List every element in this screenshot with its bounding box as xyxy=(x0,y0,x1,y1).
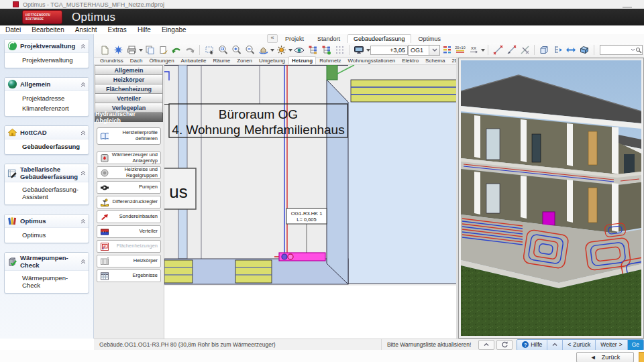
measure-line-icon[interactable] xyxy=(491,44,504,56)
menu-eingabe[interactable]: Eingabe xyxy=(156,26,192,34)
print-dropdown-icon[interactable] xyxy=(138,44,143,56)
sidebar-item-gebaeudeerfassung-assistent[interactable]: Gebäudeerfassung-Assistent xyxy=(5,184,89,202)
chevron-down-icon[interactable] xyxy=(429,46,439,55)
zoom-window-icon[interactable] xyxy=(216,44,229,56)
wizard-icon[interactable] xyxy=(111,44,125,56)
section-header[interactable]: Allgemein xyxy=(5,78,89,90)
search-icon[interactable] xyxy=(635,47,642,54)
tool-verteiler[interactable]: Verteiler xyxy=(97,225,161,238)
measure-angle-icon[interactable] xyxy=(504,44,518,56)
undo-icon[interactable] xyxy=(170,44,183,56)
collapse-chevron-icon[interactable] xyxy=(80,130,86,135)
herstellerprofile-button[interactable]: Herstellerprofile definieren xyxy=(97,127,161,145)
visibility-eye-icon[interactable] xyxy=(292,44,306,56)
axis-labels-dropdown-icon[interactable] xyxy=(480,44,485,56)
sidebar-item-waermepumpen-check[interactable]: Wärmepumpen-Check xyxy=(5,273,89,290)
radiator-selected-3d[interactable] xyxy=(543,212,555,225)
sidebar-item-gebaeudeerfassung[interactable]: Gebäudeerfassung xyxy=(5,141,89,152)
monitor-dropdown-icon[interactable] xyxy=(366,44,370,56)
brightness-icon[interactable] xyxy=(274,44,288,56)
dimension-values-icon[interactable]: 20+10 xyxy=(453,44,467,56)
view-tab-anbauteile[interactable]: Anbauteile xyxy=(178,56,210,64)
select-rectangle-icon[interactable] xyxy=(203,44,216,56)
floor-select[interactable]: OG1 xyxy=(408,45,440,56)
view-tab-grundriss[interactable]: Grundriss xyxy=(97,56,127,64)
tool-waermeerzeuger[interactable]: Wärmeerzeuger und Anlagentyp xyxy=(97,152,161,164)
ribbon-tab-projekt[interactable]: Projekt xyxy=(279,34,310,43)
ribbon-tab-gebaeudeerfassung[interactable]: Gebäudeerfassung xyxy=(347,34,411,43)
zoom-in-icon[interactable] xyxy=(229,44,243,56)
view-tab-dach[interactable]: Dach xyxy=(127,56,146,64)
menu-datei[interactable]: Datei xyxy=(0,26,26,34)
tool-differenzdruckregler[interactable]: Differenzdruckregler xyxy=(97,196,161,208)
chevron-down-icon[interactable] xyxy=(631,48,635,52)
view-tab-heizung[interactable]: Heizung xyxy=(288,56,316,64)
cube-3d-icon[interactable] xyxy=(537,44,551,56)
section-header[interactable]: HottCAD xyxy=(5,126,89,139)
collapse-chevron-icon[interactable] xyxy=(80,170,86,176)
tool-flaechenheizungen[interactable]: Flächenheizungen xyxy=(97,240,161,253)
plan-canvas-2d[interactable]: Büroraum OG 4. Wohnung Mehrfamilienhaus … xyxy=(164,65,458,339)
menu-ansicht[interactable]: Ansicht xyxy=(70,26,103,34)
view-tab-elektro[interactable]: Elektro xyxy=(398,56,422,64)
view-tab-rohrnetz[interactable]: Rohrnetz xyxy=(316,56,344,64)
structure-tree-add-icon[interactable] xyxy=(319,44,333,56)
arrows-left-right-icon[interactable] xyxy=(564,44,578,56)
zoom-out-icon[interactable] xyxy=(243,44,256,56)
menu-bearbeiten[interactable]: Bearbeiten xyxy=(26,26,69,34)
minimize-icon[interactable] xyxy=(623,1,632,8)
accordion-flaechenheizung[interactable]: Flächenheizung xyxy=(95,84,163,94)
new-project-icon[interactable] xyxy=(98,44,111,56)
sidebar-collapse-button[interactable]: « xyxy=(267,34,278,43)
next-step-button-clipped[interactable]: Ge xyxy=(628,340,643,350)
collapse-warnings-button[interactable] xyxy=(478,340,494,350)
level-height-input[interactable] xyxy=(370,46,408,55)
view-tab-oeffnungen[interactable]: Öffnungen xyxy=(146,56,177,64)
view-tab-umgebung[interactable]: Umgebung xyxy=(256,56,288,64)
brightness-dropdown-icon[interactable] xyxy=(288,44,292,56)
footer-next-button-clipped[interactable] xyxy=(639,352,644,362)
footer-back-button[interactable]: ◄ Zurück xyxy=(576,352,634,362)
help-button[interactable]: ? Hilfe xyxy=(517,340,547,350)
layer-colors-icon[interactable] xyxy=(440,44,453,56)
next-button[interactable]: Weiter > xyxy=(596,340,627,350)
back-button[interactable]: < Zurück xyxy=(563,340,596,350)
viewport-3d[interactable] xyxy=(458,58,644,339)
accordion-allgemein[interactable]: Allgemein xyxy=(95,65,163,75)
rotate-view-icon[interactable] xyxy=(256,44,270,56)
redo-icon[interactable] xyxy=(183,44,197,56)
collapse-nav-button[interactable] xyxy=(547,340,563,350)
accordion-verteiler[interactable]: Verteiler xyxy=(95,94,163,103)
section-header[interactable]: Wärmepumpen-Check xyxy=(5,253,89,270)
search-combobox[interactable] xyxy=(600,45,643,55)
tree-select-icon[interactable] xyxy=(551,44,564,56)
accordion-heizkoerper[interactable]: Heizkörper xyxy=(95,75,163,84)
view-tab-zonen[interactable]: Zonen xyxy=(233,56,256,64)
tool-pumpen[interactable]: Pumpen xyxy=(97,181,161,194)
monitor-icon[interactable] xyxy=(352,44,366,56)
cube-blue-icon[interactable] xyxy=(578,44,591,56)
collapse-chevron-icon[interactable] xyxy=(80,82,86,87)
section-header[interactable]: Projektverwaltung xyxy=(5,40,89,52)
collapse-chevron-icon[interactable] xyxy=(80,44,86,49)
section-header[interactable]: Tabellarische Gebäudeerfassung xyxy=(5,164,89,182)
sidebar-item-projektadresse[interactable]: Projektadresse xyxy=(5,93,89,103)
radiator-selected[interactable] xyxy=(274,253,325,261)
sidebar-item-optimus[interactable]: Optimus xyxy=(5,230,89,240)
menu-extras[interactable]: Extras xyxy=(103,26,132,34)
measure-delete-icon[interactable] xyxy=(518,44,531,56)
section-header[interactable]: Optimus xyxy=(5,215,89,227)
structure-tree-icon[interactable] xyxy=(306,44,319,56)
tool-heizkreise[interactable]: Heizkreise und Regelgruppen xyxy=(97,166,161,179)
collapse-chevron-icon[interactable] xyxy=(80,259,86,264)
copy-icon[interactable] xyxy=(143,44,156,56)
accordion-hydraulischer-abgleich[interactable]: Hydraulischer Abgleich xyxy=(95,113,163,122)
view-tab-schema[interactable]: Schema xyxy=(422,56,448,64)
ribbon-tab-standort[interactable]: Standort xyxy=(311,34,346,43)
rotate-view-dropdown-icon[interactable] xyxy=(270,44,274,56)
sidebar-item-klimareferenzort[interactable]: Klimareferenzort xyxy=(5,103,89,113)
collapse-chevron-icon[interactable] xyxy=(80,219,86,224)
menu-hilfe[interactable]: Hilfe xyxy=(132,26,156,34)
tool-heizkoerper[interactable]: Heizkörper xyxy=(97,255,161,267)
refresh-warnings-button[interactable] xyxy=(496,340,513,350)
